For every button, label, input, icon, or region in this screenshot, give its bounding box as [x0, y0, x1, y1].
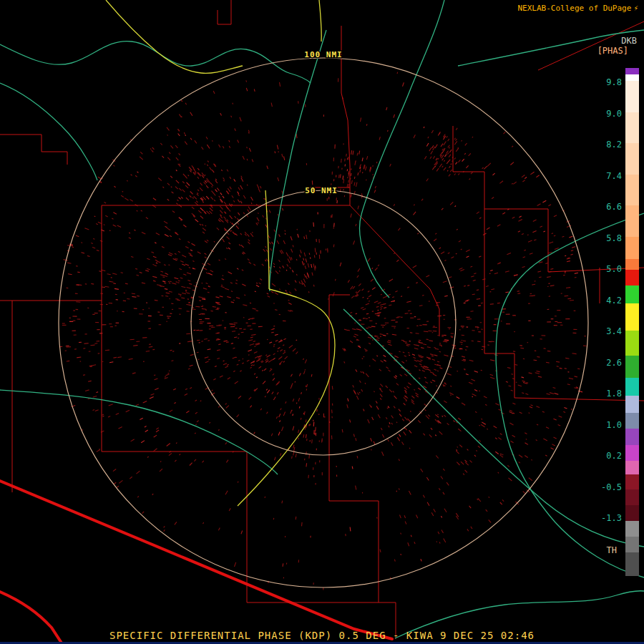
green-highway [0, 42, 311, 83]
colorbar-segment [625, 489, 639, 505]
colorbar-tick-label: 5.8 [579, 233, 622, 244]
green-highway [360, 0, 444, 298]
colorbar-segment [625, 552, 639, 576]
county-line [218, 0, 231, 24]
colorbar-segment [625, 445, 639, 461]
county-line [0, 301, 12, 492]
colorbar-segment [625, 356, 639, 378]
county-line [350, 205, 439, 336]
county-line [329, 452, 379, 602]
range-ring-label-50: 50 NMI [305, 186, 338, 195]
colorbar-segment [625, 474, 639, 489]
colorbar-segment [625, 413, 639, 429]
colorbar-segment [625, 396, 639, 413]
yellow-highway [319, 0, 321, 42]
colorbar-tick-label: 7.4 [579, 170, 622, 182]
watermark-text: NEXLAB-College of DuPage [517, 4, 631, 13]
colorbar-tick-label: -0.5 [579, 482, 622, 493]
colorbar-segment [625, 378, 639, 396]
colorbar-phase-label: [PHAS] [597, 46, 628, 56]
colorbar-segment [625, 303, 639, 331]
colorbar-segment [625, 74, 639, 81]
colorbar-segment [625, 175, 639, 205]
green-highway [0, 390, 278, 474]
county-line [0, 135, 67, 165]
colorbar-segment [625, 237, 639, 259]
colorbar-tick-label: 5.0 [579, 263, 622, 275]
colorbar-segment [625, 537, 639, 552]
product-title: SPECIFIC DIFFERENTIAL PHASE (KDP) 0.5 DE… [0, 630, 644, 641]
watermark: NEXLAB-College of DuPage ⚡ [517, 4, 638, 13]
range-rings: 100 NMI 50 NMI [59, 50, 588, 587]
colorbar-threshold-label: TH [607, 545, 617, 555]
radar-map: 100 NMI 50 NMI [0, 0, 644, 644]
border-line [0, 481, 392, 639]
colorbar-tick-label: 1.0 [579, 419, 622, 431]
colorbar-segment [625, 331, 639, 356]
yellow-highway [238, 289, 335, 506]
green-highway [0, 83, 97, 180]
colorbar-segment [625, 521, 639, 537]
echo-speckles [59, 82, 586, 583]
colorbar-segment [625, 286, 639, 303]
colorbar-segment [625, 259, 639, 270]
colorbar-tick-label: -1.3 [579, 512, 622, 524]
colorbar-segment [625, 429, 639, 445]
colorbar-segments [625, 68, 639, 576]
colorbar-tick-label: 3.4 [579, 326, 622, 337]
colorbar-segment [625, 461, 639, 474]
radar-display: { "brand": { "text": "NEXLAB-College of … [0, 0, 644, 644]
highways-green [0, 0, 644, 638]
county-borders [0, 0, 644, 639]
colorbar-tick-label: 2.6 [579, 357, 622, 369]
range-ring-100nmi [59, 58, 588, 587]
colorbar-segment [625, 81, 639, 112]
international-border [0, 481, 392, 644]
colorbar-tick-label: 0.2 [579, 450, 622, 462]
colorbar-tick-label: 6.6 [579, 201, 622, 213]
colorbar-tick-label: 9.0 [579, 108, 622, 119]
colorbar-segment [625, 143, 639, 175]
highways-yellow [106, 0, 335, 506]
colorbar-tick-label: 9.8 [579, 77, 622, 88]
colorbar-segment [625, 68, 639, 74]
colorbar-segment [625, 270, 639, 286]
lightning-icon: ⚡ [633, 4, 638, 13]
colorbar-segment [625, 112, 639, 143]
colorbar-segment [625, 505, 639, 521]
colorbar-segment [625, 205, 639, 237]
colorbar-unit: DKB [621, 36, 637, 46]
range-ring-label-100: 100 NMI [304, 50, 342, 59]
colorbar-tick-label: 4.2 [579, 295, 622, 306]
green-highway [270, 30, 326, 291]
colorbar-tick-label: 8.2 [579, 139, 622, 150]
colorbar-tick-label: 1.8 [579, 388, 622, 399]
